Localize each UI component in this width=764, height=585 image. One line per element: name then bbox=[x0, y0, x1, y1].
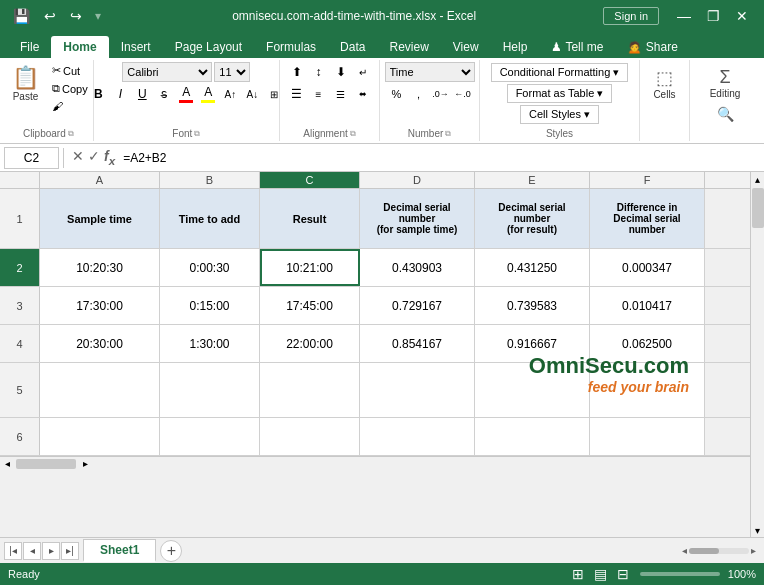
tab-formulas[interactable]: Formulas bbox=[254, 36, 328, 58]
conditional-formatting-button[interactable]: Conditional Formatting ▾ bbox=[491, 63, 629, 82]
font-expand-icon[interactable]: ⧉ bbox=[194, 129, 200, 139]
cell-a3[interactable]: 17:30:00 bbox=[40, 287, 160, 324]
row-num-6[interactable]: 6 bbox=[0, 418, 40, 455]
cell-b1[interactable]: Time to add bbox=[160, 189, 260, 248]
cell-e5[interactable]: OmniSecu.com feed your brain bbox=[475, 363, 590, 417]
close-button[interactable]: ✕ bbox=[728, 6, 756, 26]
cell-a6[interactable] bbox=[40, 418, 160, 455]
paste-button[interactable]: 📋 Paste bbox=[5, 62, 46, 105]
scroll-up-arrow[interactable]: ▴ bbox=[751, 172, 765, 186]
row-num-4[interactable]: 4 bbox=[0, 325, 40, 362]
col-header-b[interactable]: B bbox=[160, 172, 260, 188]
scroll-down-arrow[interactable]: ▾ bbox=[751, 523, 765, 537]
row-num-3[interactable]: 3 bbox=[0, 287, 40, 324]
font-color-button[interactable]: A bbox=[176, 84, 196, 104]
confirm-formula-icon[interactable]: ✓ bbox=[88, 148, 100, 167]
tab-tell-me[interactable]: ♟ Tell me bbox=[539, 36, 615, 58]
cell-styles-button[interactable]: Cell Styles ▾ bbox=[520, 105, 599, 124]
cell-e2[interactable]: 0.431250 bbox=[475, 249, 590, 286]
format-as-table-button[interactable]: Format as Table ▾ bbox=[507, 84, 613, 103]
sheet-nav-next[interactable]: ▸ bbox=[42, 542, 60, 560]
add-sheet-button[interactable]: + bbox=[160, 540, 182, 562]
cell-b5[interactable] bbox=[160, 363, 260, 417]
cell-c5[interactable] bbox=[260, 363, 360, 417]
cell-reference-box[interactable] bbox=[4, 147, 59, 169]
increase-decimal-button[interactable]: .0→ bbox=[431, 84, 451, 104]
number-format-select[interactable]: Time General Number bbox=[385, 62, 475, 82]
tab-home[interactable]: Home bbox=[51, 36, 108, 58]
insert-function-icon[interactable]: fx bbox=[104, 148, 115, 167]
align-left-button[interactable]: ☰ bbox=[287, 84, 307, 104]
number-expand-icon[interactable]: ⧉ bbox=[445, 129, 451, 139]
cell-d5[interactable] bbox=[360, 363, 475, 417]
tab-review[interactable]: Review bbox=[377, 36, 440, 58]
align-middle-button[interactable]: ↕ bbox=[309, 62, 329, 82]
cell-b6[interactable] bbox=[160, 418, 260, 455]
cell-e4[interactable]: 0.916667 bbox=[475, 325, 590, 362]
zoom-slider[interactable] bbox=[640, 572, 720, 576]
cell-b2[interactable]: 0:00:30 bbox=[160, 249, 260, 286]
scroll-thumb[interactable] bbox=[752, 188, 764, 228]
cell-f6[interactable] bbox=[590, 418, 705, 455]
col-header-d[interactable]: D bbox=[360, 172, 475, 188]
hscroll-indicator-right[interactable]: ▸ bbox=[751, 545, 756, 556]
redo-btn[interactable]: ↪ bbox=[65, 6, 87, 26]
cell-d2[interactable]: 0.430903 bbox=[360, 249, 475, 286]
decrease-font-button[interactable]: A↓ bbox=[242, 84, 262, 104]
cell-d1[interactable]: Decimal serial number(for sample time) bbox=[360, 189, 475, 248]
cell-b3[interactable]: 0:15:00 bbox=[160, 287, 260, 324]
page-layout-view-button[interactable]: ▤ bbox=[591, 566, 610, 582]
tab-help[interactable]: Help bbox=[491, 36, 540, 58]
font-size-select[interactable]: 11 bbox=[214, 62, 250, 82]
cell-e3[interactable]: 0.739583 bbox=[475, 287, 590, 324]
cell-c6[interactable] bbox=[260, 418, 360, 455]
percent-button[interactable]: % bbox=[387, 84, 407, 104]
tab-file[interactable]: File bbox=[8, 36, 51, 58]
cell-c1[interactable]: Result bbox=[260, 189, 360, 248]
alignment-expand-icon[interactable]: ⧉ bbox=[350, 129, 356, 139]
bold-button[interactable]: B bbox=[88, 84, 108, 104]
merge-button[interactable]: ⬌ bbox=[353, 84, 373, 104]
strikethrough-button[interactable]: S̶ bbox=[154, 84, 174, 104]
cancel-formula-icon[interactable]: ✕ bbox=[72, 148, 84, 167]
cell-a2[interactable]: 10:20:30 bbox=[40, 249, 160, 286]
sheet-tab-sheet1[interactable]: Sheet1 bbox=[83, 539, 156, 562]
cell-a5[interactable] bbox=[40, 363, 160, 417]
align-top-button[interactable]: ⬆ bbox=[287, 62, 307, 82]
cell-f3[interactable]: 0.010417 bbox=[590, 287, 705, 324]
row-num-2[interactable]: 2 bbox=[0, 249, 40, 286]
cell-f2[interactable]: 0.000347 bbox=[590, 249, 705, 286]
sign-in-button[interactable]: Sign in bbox=[603, 7, 659, 25]
italic-button[interactable]: I bbox=[110, 84, 130, 104]
tab-data[interactable]: Data bbox=[328, 36, 377, 58]
font-family-select[interactable]: Calibri bbox=[122, 62, 212, 82]
cell-c2[interactable]: 10:21:00 bbox=[260, 249, 360, 286]
formula-input[interactable] bbox=[119, 147, 760, 169]
cell-c4[interactable]: 22:00:00 bbox=[260, 325, 360, 362]
underline-button[interactable]: U bbox=[132, 84, 152, 104]
cell-f4[interactable]: 0.062500 bbox=[590, 325, 705, 362]
tab-share[interactable]: 🙍 Share bbox=[615, 36, 689, 58]
col-header-c[interactable]: C bbox=[260, 172, 360, 188]
normal-view-button[interactable]: ⊞ bbox=[569, 566, 587, 582]
maximize-button[interactable]: ❐ bbox=[699, 6, 728, 26]
hscroll-left-arrow[interactable]: ◂ bbox=[0, 457, 14, 471]
fill-color-button[interactable]: A bbox=[198, 84, 218, 104]
copy-button[interactable]: ⧉ Copy bbox=[48, 80, 92, 97]
cell-d4[interactable]: 0.854167 bbox=[360, 325, 475, 362]
undo-btn[interactable]: ↩ bbox=[39, 6, 61, 26]
col-header-a[interactable]: A bbox=[40, 172, 160, 188]
cell-e1[interactable]: Decimal serial number(for result) bbox=[475, 189, 590, 248]
cell-a4[interactable]: 20:30:00 bbox=[40, 325, 160, 362]
cell-d3[interactable]: 0.729167 bbox=[360, 287, 475, 324]
align-bottom-button[interactable]: ⬇ bbox=[331, 62, 351, 82]
tab-insert[interactable]: Insert bbox=[109, 36, 163, 58]
format-painter-button[interactable]: 🖌 bbox=[48, 98, 92, 114]
hscroll-indicator-left[interactable]: ◂ bbox=[682, 545, 687, 556]
decrease-decimal-button[interactable]: ←.0 bbox=[453, 84, 473, 104]
sheet-nav-prev[interactable]: ◂ bbox=[23, 542, 41, 560]
row-num-1[interactable]: 1 bbox=[0, 189, 40, 248]
align-right-button[interactable]: ☰ bbox=[331, 84, 351, 104]
cells-button[interactable]: ⬚ Cells bbox=[646, 62, 682, 105]
cut-button[interactable]: ✂ Cut bbox=[48, 62, 92, 79]
